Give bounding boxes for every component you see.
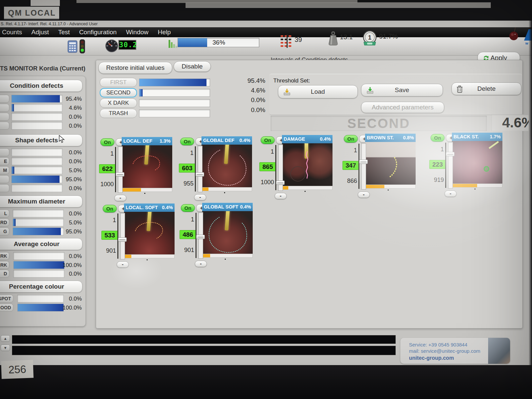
lanes-count: 39 — [295, 36, 302, 44]
menu-item-help[interactable]: Help — [158, 29, 171, 36]
tile-minus-button[interactable]: - — [117, 261, 129, 268]
row-label-stub[interactable] — [0, 104, 9, 112]
row-label-stub[interactable]: E — [0, 157, 9, 165]
row-label-stub[interactable]: RK — [0, 261, 9, 269]
throughput-percent: 36% — [212, 39, 225, 46]
menu-item-test[interactable]: Test — [58, 29, 70, 36]
threshold-slider[interactable] — [195, 146, 203, 192]
class-button-trash[interactable]: TRASH — [100, 109, 137, 118]
tile-titlebar: 0.4%GLOBAL DEF — [201, 136, 252, 145]
row-label-stub[interactable]: M — [0, 166, 9, 174]
tile-meter — [124, 254, 175, 258]
tile-on-button[interactable]: On — [344, 135, 358, 143]
threshold-value: 223 — [429, 160, 446, 169]
row-label-stub[interactable] — [0, 184, 9, 192]
tile-minus-button[interactable]: - — [194, 194, 206, 200]
menu-bar: Counts Adjust Test Configuration Window … — [0, 27, 532, 37]
tile-on-button[interactable]: On — [100, 138, 114, 146]
tile-meter — [452, 184, 502, 188]
class-button-second[interactable]: SECOND — [100, 88, 137, 97]
pctcolour-bar-1 — [17, 295, 64, 303]
tile-meter — [282, 186, 332, 190]
tile-on-button[interactable]: On — [180, 138, 194, 145]
load-button[interactable]: Load — [278, 85, 358, 98]
tile-minus-button[interactable]: - — [275, 193, 287, 199]
tile-minus-button[interactable]: - — [114, 195, 126, 201]
threshold-value: 486 — [180, 230, 196, 239]
tile-on-button[interactable]: On — [103, 205, 117, 212]
class-button-first[interactable]: FIRST — [100, 78, 137, 87]
row-label-stub[interactable]: ARD — [0, 218, 9, 226]
disable-button[interactable]: Disable — [174, 61, 211, 72]
save-button[interactable]: Save — [361, 84, 443, 96]
save-icon — [366, 86, 374, 94]
console-output-row — [12, 346, 396, 355]
delete-button[interactable]: Delete — [452, 82, 521, 95]
section-header-condition-defects[interactable]: Condition defects — [0, 80, 82, 92]
defect-image — [282, 143, 332, 186]
threshold-slider[interactable] — [115, 146, 124, 193]
tile-minus-button[interactable]: - — [445, 191, 457, 197]
threshold-slider[interactable] — [445, 142, 454, 189]
threshold-slider[interactable] — [196, 212, 204, 259]
tile-on-button[interactable]: On — [431, 134, 445, 142]
tile-on-button[interactable]: On — [261, 136, 275, 144]
advanced-parameters-button[interactable]: Advanced parameters — [361, 102, 444, 113]
row-label-stub[interactable]: L — [0, 209, 9, 217]
tile-minus-button[interactable]: - — [195, 261, 207, 267]
menu-item-configuration[interactable]: Configuration — [79, 29, 117, 36]
tile-titlebar: 1.3%LOCAL. DEF — [122, 137, 172, 145]
service-email: mail: service@unitec-group.com — [409, 348, 480, 354]
row-label-stub[interactable] — [0, 175, 9, 183]
tile-titlebar: 1.7%BLACK ST. — [452, 133, 502, 141]
threshold-value: 603 — [179, 164, 196, 173]
console-up-button[interactable]: ▲ — [1, 335, 10, 342]
screen-photo: QM LOCAL S. Rel. 4.1.17- Interf. Rel. 4.… — [0, 0, 532, 399]
mouse-cursor — [59, 135, 66, 144]
calculator-icon[interactable] — [67, 40, 78, 53]
defect-outline — [122, 145, 172, 188]
load-icon — [283, 88, 291, 96]
class-bar-first — [139, 78, 210, 86]
console-down-button[interactable]: ▼ — [1, 344, 10, 351]
threshold-slider[interactable] — [358, 143, 367, 190]
selected-class-banner: SECOND — [271, 116, 487, 131]
tile-on-button[interactable]: On — [181, 204, 195, 212]
traffic-light-icon[interactable] — [79, 39, 86, 54]
shape-bar-5 — [11, 184, 63, 192]
defect-outline — [124, 212, 175, 254]
background-window-strip — [186, 2, 491, 8]
tile-minus-button[interactable]: - — [358, 192, 370, 198]
row-label-stub[interactable] — [0, 122, 9, 130]
row-label-stub[interactable] — [0, 113, 9, 121]
row-label-stub[interactable]: RK — [0, 252, 9, 260]
throughput-progressbar: 36% — [178, 38, 259, 47]
row-label-stub[interactable]: OOD — [0, 304, 13, 312]
service-info-panel: Service: +39 0545 903844 mail: service@u… — [400, 338, 510, 364]
section-header-percentage-colour[interactable]: Percentage colour — [0, 281, 82, 293]
menu-item-window[interactable]: Window — [126, 29, 149, 36]
weight-value: 13.1 — [340, 33, 353, 41]
row-label-stub[interactable]: G — [0, 227, 9, 235]
row-label-stub[interactable]: E SPOT — [0, 295, 13, 303]
section-header-shape-defects[interactable]: Shape defects — [0, 134, 82, 146]
defect-tile-damage: On + 0.4%DAMAGE 1 865 1000 - — [260, 134, 337, 201]
section-header-maximum-diameter[interactable]: Maximum diameter — [0, 196, 82, 207]
defect-image — [202, 211, 253, 254]
row-label-stub[interactable]: D — [0, 270, 9, 278]
svg-text:w: w — [525, 41, 528, 45]
menu-item-adjust[interactable]: Adjust — [31, 29, 49, 36]
class-button-xdark[interactable]: X DARK — [100, 98, 137, 108]
menu-item-counts[interactable]: Counts — [2, 29, 22, 36]
row-label-stub[interactable] — [0, 95, 9, 103]
restore-initial-values-button[interactable]: Restore initial values — [98, 62, 172, 74]
service-website[interactable]: unitec-group.com — [409, 355, 454, 361]
defect-outline — [365, 142, 416, 185]
defect-image — [365, 142, 416, 185]
row-label-stub[interactable] — [0, 148, 9, 156]
class-bar-second — [139, 89, 210, 97]
lanes-grid-icon — [280, 35, 293, 48]
threshold-slider[interactable] — [275, 144, 284, 191]
section-header-average-colour[interactable]: Average colour — [0, 238, 82, 250]
threshold-slider[interactable] — [117, 213, 126, 259]
